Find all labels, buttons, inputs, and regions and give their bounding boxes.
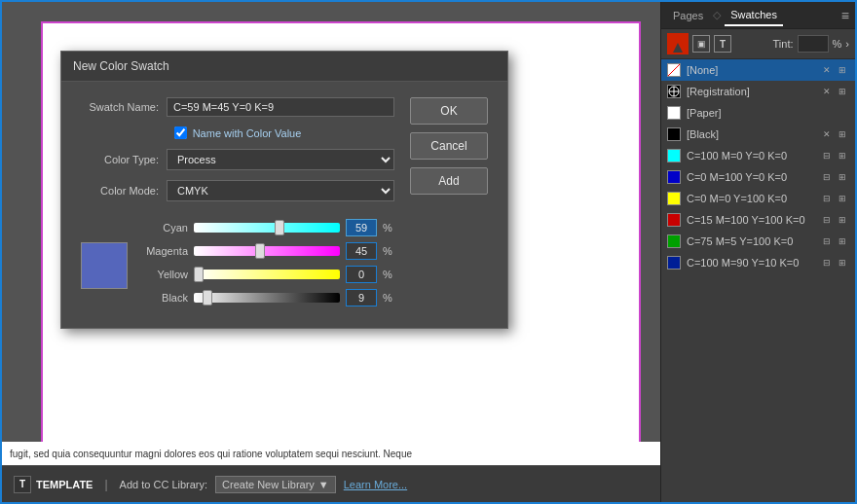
swatch-item-c0m0y100[interactable]: C=0 M=0 Y=100 K=0 ⊟ ⊞: [661, 188, 855, 209]
swatch-actions-c75m5y100: ⊟ ⊞: [820, 234, 849, 248]
swatch-item-paper[interactable]: [Paper]: [661, 102, 855, 124]
color-type-select[interactable]: Process: [167, 149, 394, 170]
canvas-text-strip: fugit, sed quia consequuntur magni dolor…: [2, 442, 660, 465]
swatch-name-registration: [Registration]: [687, 86, 814, 97]
tint-input[interactable]: [798, 35, 829, 53]
panel-logo-icon: [667, 33, 689, 54]
swatch-cmyk-icon-c0m100: ⊟: [820, 170, 834, 184]
add-to-cc-label: Add to CC Library:: [120, 479, 207, 490]
color-type-label: Color Type:: [81, 154, 159, 165]
ok-button[interactable]: OK: [410, 97, 488, 125]
cyan-value-input[interactable]: [346, 219, 377, 236]
learn-more-link[interactable]: Learn More...: [344, 479, 407, 490]
template-label: TEMPLATE: [36, 479, 93, 490]
swatch-name-c75m5y100: C=75 M=5 Y=100 K=0: [687, 235, 814, 247]
create-library-label: Create New Library: [222, 479, 315, 490]
swatch-delete-icon-none[interactable]: ✕: [820, 63, 834, 77]
magenta-slider-track[interactable]: [194, 246, 340, 256]
name-with-color-label: Name with Color Value: [193, 127, 302, 139]
cancel-button[interactable]: Cancel: [410, 132, 488, 160]
swatch-item-registration[interactable]: [Registration] ✕ ⊞: [661, 81, 855, 102]
cyan-label: Cyan: [139, 222, 188, 234]
dropdown-arrow-icon: ▼: [318, 479, 329, 490]
dialog-body: Swatch Name: Name with Color Value Color…: [61, 82, 507, 328]
color-section: Cyan % Magenta: [81, 211, 394, 312]
swatch-item-black[interactable]: [Black] ✕ ⊞: [661, 124, 855, 145]
tint-arrow-icon[interactable]: ›: [845, 38, 849, 50]
swatch-item-c15m100y100[interactable]: C=15 M=100 Y=100 K=0 ⊟ ⊞: [661, 209, 855, 231]
dialog-titlebar: New Color Swatch: [61, 52, 507, 82]
swatch-name-c100m90y10: C=100 M=90 Y=10 K=0: [687, 257, 814, 269]
template-logo: T TEMPLATE: [14, 476, 93, 493]
swatch-name-paper: [Paper]: [687, 107, 849, 119]
swatch-name-c15m100y100: C=15 M=100 Y=100 K=0: [687, 214, 814, 226]
swatch-name-c0m0y100: C=0 M=0 Y=100 K=0: [687, 193, 814, 204]
swatch-name-input[interactable]: [167, 97, 394, 117]
tab-pages[interactable]: Pages: [667, 6, 709, 25]
swatch-cmyk-icon-c100: ⊟: [820, 149, 834, 162]
swatch-grid-icon-c100[interactable]: ⊞: [836, 149, 849, 162]
swatch-name-row: Swatch Name:: [81, 97, 394, 117]
swatch-grid-icon-registration[interactable]: ⊞: [836, 85, 849, 98]
swatch-name-label: Swatch Name:: [81, 101, 159, 113]
swatch-grid-icon-c0m100[interactable]: ⊞: [836, 170, 849, 184]
swatch-actions-c15m100y100: ⊟ ⊞: [820, 213, 849, 227]
panel-tabs: Pages ◇ Swatches ≡: [661, 2, 855, 29]
color-preview: [81, 242, 128, 289]
swatch-item-c100m90y10[interactable]: C=100 M=90 Y=10 K=0 ⊟ ⊞: [661, 252, 855, 273]
color-mode-row: Color Mode: CMYK: [81, 180, 394, 201]
swatch-item-c0m100[interactable]: C=0 M=100 Y=0 K=0 ⊟ ⊞: [661, 166, 855, 188]
swatch-item-c100[interactable]: C=100 M=0 Y=0 K=0 ⊟ ⊞: [661, 145, 855, 166]
swatch-color-none: [667, 63, 681, 77]
bottom-bar: T TEMPLATE | Add to CC Library: Create N…: [2, 465, 660, 502]
fill-icon[interactable]: ▣: [692, 35, 710, 53]
add-button[interactable]: Add: [410, 167, 488, 195]
swatch-name-black: [Black]: [687, 128, 814, 140]
yellow-value-input[interactable]: [346, 266, 377, 283]
black-slider-row: Black %: [139, 289, 394, 306]
swatch-grid-icon-c15m100y100[interactable]: ⊞: [836, 213, 849, 227]
swatch-actions-c0m100: ⊟ ⊞: [820, 170, 849, 184]
swatch-color-c0m0y100: [667, 192, 681, 205]
swatch-color-c75m5y100: [667, 234, 681, 248]
cyan-slider-thumb[interactable]: [275, 220, 284, 235]
swatch-actions-registration: ✕ ⊞: [820, 85, 849, 98]
color-mode-select[interactable]: CMYK: [167, 180, 394, 201]
dialog-title: New Color Swatch: [73, 59, 169, 73]
dialog-form: Swatch Name: Name with Color Value Color…: [81, 97, 394, 312]
swatch-color-black: [667, 127, 681, 141]
panel-toolbar: ▣ T Tint: % ›: [661, 29, 855, 59]
name-with-color-row: Name with Color Value: [81, 126, 394, 139]
swatch-grid-icon-c0m0y100[interactable]: ⊞: [836, 192, 849, 205]
swatch-delete-icon-registration[interactable]: ✕: [820, 85, 834, 98]
swatch-color-registration: [667, 85, 681, 98]
canvas-text: fugit, sed quia consequuntur magni dolor…: [10, 449, 412, 459]
cyan-slider-track[interactable]: [194, 223, 340, 233]
swatch-actions-c100: ⊟ ⊞: [820, 149, 849, 162]
tab-swatches[interactable]: Swatches: [725, 5, 783, 26]
swatch-grid-icon-none[interactable]: ⊞: [836, 63, 849, 77]
magenta-value-input[interactable]: [346, 242, 377, 260]
black-slider-track[interactable]: [194, 293, 340, 303]
swatch-delete-icon-black[interactable]: ✕: [820, 127, 834, 141]
yellow-slider-track[interactable]: [194, 270, 340, 279]
swatch-item-none[interactable]: [None] ✕ ⊞: [661, 59, 855, 81]
swatch-grid-icon-black[interactable]: ⊞: [836, 127, 849, 141]
swatch-grid-icon-c100m90y10[interactable]: ⊞: [836, 256, 849, 270]
create-library-dropdown[interactable]: Create New Library ▼: [215, 476, 336, 493]
new-color-swatch-dialog: New Color Swatch Swatch Name: Name with …: [60, 51, 508, 329]
tint-percent-label: %: [833, 38, 842, 50]
yellow-slider-thumb[interactable]: [194, 267, 204, 282]
panel-menu-icon[interactable]: ≡: [841, 8, 849, 23]
swatch-grid-icon-c75m5y100[interactable]: ⊞: [836, 234, 849, 248]
swatch-actions-c0m0y100: ⊟ ⊞: [820, 192, 849, 205]
swatch-name-c100: C=100 M=0 Y=0 K=0: [687, 150, 814, 162]
black-value-input[interactable]: [346, 289, 377, 306]
name-with-color-checkbox[interactable]: [174, 126, 187, 139]
magenta-slider-thumb[interactable]: [255, 243, 265, 259]
black-slider-thumb[interactable]: [203, 290, 212, 306]
text-color-icon[interactable]: T: [714, 35, 731, 53]
swatch-item-c75m5y100[interactable]: C=75 M=5 Y=100 K=0 ⊟ ⊞: [661, 231, 855, 252]
main-container: New Color Swatch Swatch Name: Name with …: [0, 0, 857, 504]
canvas-area: New Color Swatch Swatch Name: Name with …: [2, 2, 660, 502]
